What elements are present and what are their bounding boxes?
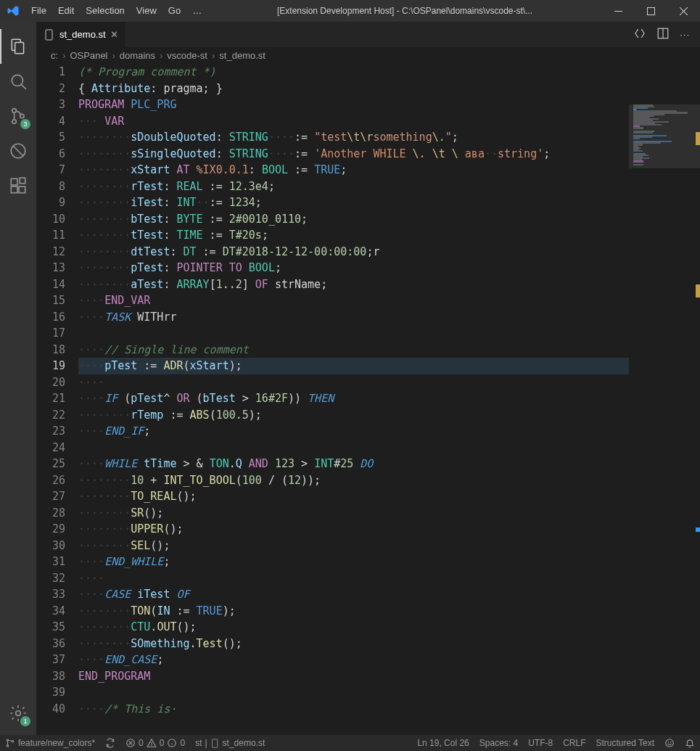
line-number[interactable]: 29 (36, 521, 65, 538)
editor[interactable]: 1234567891011121314151617181920212223242… (36, 63, 700, 735)
code-line[interactable]: ········TON(IN := TRUE); (78, 603, 700, 620)
code-line[interactable]: ····pTest := ADR(xStart); (78, 358, 700, 374)
code-line[interactable]: ········pTest: POINTER TO BOOL; (78, 260, 700, 276)
code-line[interactable]: ········sDoubleQuoted: STRING····:= "tes… (78, 129, 700, 146)
code-line[interactable]: (* Program comment *) (78, 64, 700, 81)
line-number[interactable]: 40 (36, 701, 65, 718)
code-line[interactable]: ····END_VAR (78, 292, 700, 309)
code-line[interactable]: PROGRAM PLC_PRG (78, 97, 700, 113)
line-number[interactable]: 35 (36, 619, 65, 636)
line-number[interactable]: 15 (36, 292, 65, 309)
menu-edit[interactable]: Edit (52, 0, 80, 22)
line-number[interactable]: 36 (36, 636, 65, 652)
code-line[interactable]: ········10 + INT_TO_BOOL(100 / (12)); (78, 472, 700, 489)
line-number[interactable]: 6 (36, 146, 65, 163)
code-line[interactable]: ········xStart AT %IX0.0.1: BOOL := TRUE… (78, 162, 700, 178)
code-line[interactable]: ········rTemp := ABS(100.5); (78, 407, 700, 424)
breadcrumb-item[interactable]: st_demo.st (219, 50, 265, 61)
close-button[interactable] (667, 0, 700, 22)
code-line[interactable]: ····END_IF; (78, 423, 700, 440)
status-eol[interactable]: CRLF (558, 735, 590, 751)
code-line[interactable]: ····IF (pTest^ OR (bTest > 16#2F)) THEN (78, 390, 700, 407)
code-line[interactable]: ········aTest: ARRAY[1..2] OF strName; (78, 276, 700, 293)
code-line[interactable]: ········rTest: REAL := 12.3e4; (78, 178, 700, 195)
line-number[interactable]: 23 (36, 423, 65, 440)
activity-manage[interactable]: 1 (0, 696, 36, 731)
line-number[interactable]: 8 (36, 178, 65, 195)
code-line[interactable] (78, 325, 700, 342)
status-language[interactable]: Structured Text (591, 735, 659, 751)
line-number[interactable]: 7 (36, 162, 65, 178)
close-icon[interactable]: ✕ (110, 29, 118, 40)
line-number[interactable]: 9 (36, 194, 65, 211)
code-line[interactable]: ····// Single line comment (78, 342, 700, 358)
code-line[interactable]: END_PROGRAM (78, 668, 700, 685)
code-line[interactable]: ····WHILE tTime > & TON.Q AND 123 > INT#… (78, 456, 700, 472)
breadcrumb-item[interactable]: c: (51, 50, 58, 61)
menu-overflow[interactable]: … (186, 0, 207, 22)
line-number[interactable]: 17 (36, 325, 65, 342)
line-number[interactable]: 25 (36, 456, 65, 472)
line-number[interactable]: 30 (36, 538, 65, 554)
more-icon[interactable]: ··· (680, 29, 690, 40)
code-line[interactable]: ········UPPER(); (78, 521, 700, 538)
code-line[interactable]: ····END_WHILE; (78, 554, 700, 570)
split-editor-icon[interactable] (656, 27, 670, 42)
code-line[interactable]: ········SOmething.Test(); (78, 636, 700, 652)
line-number[interactable]: 20 (36, 374, 65, 391)
line-number[interactable]: 13 (36, 260, 65, 276)
code-line[interactable]: ········SR(); (78, 505, 700, 522)
line-number[interactable]: 1 (36, 64, 65, 81)
minimap-viewport[interactable] (629, 104, 700, 168)
breadcrumbs[interactable]: c:›OSPanel›domains›vscode-st›st_demo.st (36, 47, 700, 63)
activity-extensions[interactable] (0, 168, 36, 203)
line-number[interactable]: 12 (36, 244, 65, 260)
activity-search[interactable] (0, 64, 36, 99)
line-number[interactable]: 4 (36, 113, 65, 130)
activity-scm[interactable]: 3 (0, 99, 36, 134)
code-line[interactable]: ········bTest: BYTE := 2#0010_0110; (78, 211, 700, 228)
line-number[interactable]: 28 (36, 505, 65, 522)
breadcrumb-item[interactable]: vscode-st (167, 50, 207, 61)
line-number[interactable]: 10 (36, 211, 65, 228)
code-line[interactable]: ····END_CASE; (78, 652, 700, 668)
line-number[interactable]: 31 (36, 554, 65, 570)
menu-view[interactable]: View (131, 0, 162, 22)
breadcrumb-item[interactable]: OSPanel (70, 50, 107, 61)
line-number[interactable]: 5 (36, 129, 65, 146)
code-line[interactable]: ····/* This is· (78, 701, 700, 718)
code-line[interactable]: ··· VAR (78, 113, 700, 130)
activity-explorer[interactable] (0, 29, 36, 64)
code-line[interactable]: ········iTest: INT··:= 1234; (78, 194, 700, 211)
code-line[interactable]: ····CASE iTest OF (78, 586, 700, 603)
line-number[interactable]: 19 (36, 358, 65, 374)
minimap[interactable] (629, 104, 700, 735)
line-number[interactable]: 11 (36, 227, 65, 244)
code-line[interactable]: ···· (78, 570, 700, 587)
line-number[interactable]: 21 (36, 390, 65, 407)
line-number[interactable]: 18 (36, 342, 65, 358)
status-sync[interactable] (100, 735, 120, 751)
code-line[interactable]: ········tTest: TIME := T#20s; (78, 227, 700, 244)
line-number[interactable]: 14 (36, 276, 65, 293)
line-number[interactable]: 22 (36, 407, 65, 424)
tab-st-demo[interactable]: st_demo.st ✕ (36, 22, 126, 47)
code-line[interactable]: ········SEL(); (78, 538, 700, 554)
activity-debug[interactable] (0, 134, 36, 168)
line-number[interactable]: 26 (36, 472, 65, 489)
code-line[interactable]: ····TASK WITHrr (78, 309, 700, 326)
line-number[interactable]: 27 (36, 488, 65, 505)
line-number[interactable]: 39 (36, 684, 65, 701)
code-line[interactable]: ········CTU.OUT(); (78, 619, 700, 636)
code-line[interactable]: ········dtTest: DT := DT#2018-12-12-00:0… (78, 244, 700, 260)
line-number[interactable]: 3 (36, 97, 65, 113)
code-line[interactable]: ········sSingleQuoted: STRING····:= 'Ano… (78, 146, 700, 163)
line-number[interactable]: 38 (36, 668, 65, 685)
status-ext[interactable]: st | st_demo.st (190, 735, 270, 751)
status-bell[interactable] (680, 735, 700, 751)
status-position[interactable]: Ln 19, Col 26 (412, 735, 474, 751)
compare-changes-icon[interactable] (633, 27, 646, 42)
line-number[interactable]: 33 (36, 586, 65, 603)
code-content[interactable]: (* Program comment *){ Attribute: pragma… (78, 63, 700, 735)
menu-file[interactable]: File (25, 0, 52, 22)
